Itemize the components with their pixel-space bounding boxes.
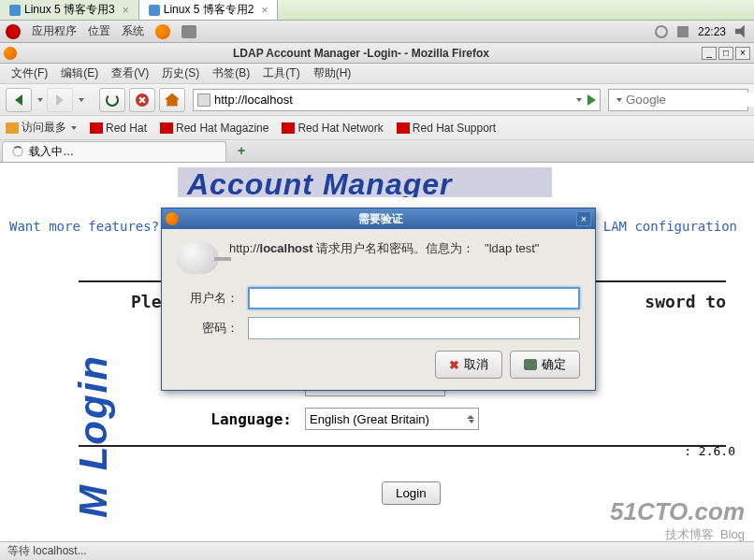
vm-tab-1[interactable]: Linux 5 博客专用3 × bbox=[0, 0, 139, 20]
menu-file[interactable]: 文件(F) bbox=[6, 64, 53, 83]
dialog-password-label: 密码： bbox=[177, 320, 248, 337]
status-text: 等待 localhost... bbox=[7, 543, 87, 559]
language-select[interactable]: English (Great Britain) bbox=[305, 408, 479, 430]
key-icon bbox=[177, 240, 218, 274]
menu-system[interactable]: 系统 bbox=[122, 23, 144, 39]
search-box[interactable] bbox=[608, 89, 748, 111]
firefox-icon bbox=[4, 47, 17, 60]
cancel-button[interactable]: ✖ 取消 bbox=[435, 351, 502, 379]
search-input[interactable] bbox=[626, 93, 754, 107]
bookmark-label: Red Hat Support bbox=[413, 122, 496, 135]
dialog-username-input[interactable] bbox=[248, 287, 580, 309]
vm-tab-bar: Linux 5 博客专用3 × Linux 5 博客专用2 × bbox=[0, 0, 754, 21]
menu-tools[interactable]: 工具(T) bbox=[257, 64, 305, 83]
forward-button[interactable] bbox=[47, 88, 73, 112]
chevron-icon bbox=[469, 420, 474, 424]
reload-icon bbox=[106, 93, 119, 107]
redhat-icon bbox=[160, 122, 173, 134]
home-icon bbox=[165, 93, 180, 107]
clock[interactable]: 22:23 bbox=[698, 25, 726, 38]
dialog-titlebar[interactable]: 需要验证 × bbox=[162, 208, 595, 229]
redhat-icon bbox=[282, 122, 295, 134]
lam-banner: Account Manager bbox=[178, 167, 552, 197]
bookmark-rhnet[interactable]: Red Hat Network bbox=[282, 122, 383, 135]
volume-icon[interactable] bbox=[735, 25, 748, 38]
dialog-title: 需要验证 bbox=[184, 211, 576, 227]
arrow-left-icon bbox=[15, 94, 22, 106]
dialog-message: http://localhost 请求用户名和密码。信息为： "ldap tes… bbox=[229, 240, 539, 274]
language-label: Language: bbox=[189, 410, 292, 428]
network-icon[interactable] bbox=[655, 25, 668, 38]
page-tab-loading[interactable]: 载入中… bbox=[2, 141, 226, 162]
dialog-password-input[interactable] bbox=[248, 317, 580, 339]
chevron-down-icon bbox=[71, 126, 77, 130]
login-button[interactable]: Login bbox=[382, 481, 441, 505]
firefox-icon bbox=[166, 212, 179, 225]
vm-tab-label: Linux 5 博客专用3 bbox=[24, 2, 115, 18]
login-side-text: M Login bbox=[71, 354, 116, 518]
printer-icon[interactable] bbox=[181, 25, 196, 38]
bookmark-rhsup[interactable]: Red Hat Support bbox=[397, 122, 496, 135]
home-button[interactable] bbox=[159, 88, 185, 112]
bookmark-label: Red Hat Network bbox=[297, 122, 383, 135]
url-dropdown-icon[interactable] bbox=[576, 98, 582, 102]
menu-edit[interactable]: 编辑(E) bbox=[55, 64, 104, 83]
site-identity-icon[interactable] bbox=[197, 93, 210, 107]
version-text: : 2.6.0 bbox=[684, 444, 735, 458]
menu-places[interactable]: 位置 bbox=[88, 23, 110, 39]
stop-icon bbox=[136, 93, 149, 107]
minimize-button[interactable]: _ bbox=[702, 47, 717, 60]
features-link[interactable]: Want more features? bbox=[9, 219, 159, 234]
menu-help[interactable]: 帮助(H) bbox=[308, 64, 357, 83]
redhat-icon[interactable] bbox=[6, 24, 21, 39]
stop-button[interactable] bbox=[129, 88, 155, 112]
search-engine-dropdown[interactable] bbox=[616, 98, 622, 102]
folder-icon bbox=[6, 122, 19, 134]
lam-config-link[interactable]: LAM configuration bbox=[603, 219, 737, 234]
vm-icon bbox=[149, 5, 160, 16]
bookmark-label: Red Hat Magazine bbox=[176, 122, 268, 135]
dialog-username-label: 用户名： bbox=[177, 290, 248, 307]
bookmark-label: Red Hat bbox=[106, 122, 147, 135]
cancel-icon: ✖ bbox=[449, 358, 459, 372]
arrow-right-icon bbox=[56, 94, 64, 106]
back-button[interactable] bbox=[6, 88, 32, 112]
bookmark-redhat[interactable]: Red Hat bbox=[90, 122, 147, 135]
menubar: 文件(F) 编辑(E) 查看(V) 历史(S) 书签(B) 工具(T) 帮助(H… bbox=[0, 64, 754, 84]
menu-history[interactable]: 历史(S) bbox=[156, 64, 205, 83]
new-tab-button[interactable]: + bbox=[232, 143, 251, 160]
vm-icon bbox=[9, 5, 21, 16]
go-button[interactable] bbox=[587, 94, 596, 106]
reload-button[interactable] bbox=[99, 88, 125, 112]
dialog-close-button[interactable]: × bbox=[576, 211, 591, 226]
ok-label: 确定 bbox=[542, 356, 566, 373]
loading-spinner-icon bbox=[12, 146, 23, 157]
back-dropdown[interactable] bbox=[37, 98, 43, 102]
menu-applications[interactable]: 应用程序 bbox=[32, 23, 77, 39]
window-title: LDAP Account Manager -Login- - Mozilla F… bbox=[22, 47, 700, 60]
bookmark-toolbar: 访问最多 Red Hat Red Hat Magazine Red Hat Ne… bbox=[0, 116, 754, 140]
bookmark-rhmag[interactable]: Red Hat Magazine bbox=[160, 122, 268, 135]
cancel-label: 取消 bbox=[464, 356, 488, 373]
ok-button[interactable]: 确定 bbox=[510, 351, 580, 379]
statusbar: 等待 localhost... bbox=[0, 541, 754, 560]
forward-dropdown[interactable] bbox=[79, 98, 84, 102]
bookmark-label: 访问最多 bbox=[22, 120, 66, 136]
url-bar[interactable] bbox=[193, 89, 601, 111]
firefox-launcher-icon[interactable] bbox=[155, 24, 170, 39]
maximize-button[interactable]: □ bbox=[718, 47, 733, 60]
close-button[interactable]: × bbox=[735, 47, 750, 60]
firefox-titlebar: LDAP Account Manager -Login- - Mozilla F… bbox=[0, 43, 754, 64]
bookmark-most-visited[interactable]: 访问最多 bbox=[6, 120, 77, 136]
menu-bookmarks[interactable]: 书签(B) bbox=[207, 64, 255, 83]
close-icon[interactable]: × bbox=[123, 4, 129, 17]
url-input[interactable] bbox=[214, 93, 574, 107]
update-icon[interactable] bbox=[677, 26, 689, 37]
menu-view[interactable]: 查看(V) bbox=[106, 64, 154, 83]
tab-label: 载入中… bbox=[29, 144, 74, 160]
tab-bar: 载入中… + bbox=[0, 140, 754, 163]
language-value: English (Great Britain) bbox=[310, 412, 429, 426]
close-icon[interactable]: × bbox=[261, 4, 268, 17]
vm-tab-2[interactable]: Linux 5 博客专用2 × bbox=[139, 0, 279, 20]
gnome-panel: 应用程序 位置 系统 22:23 bbox=[0, 21, 754, 43]
